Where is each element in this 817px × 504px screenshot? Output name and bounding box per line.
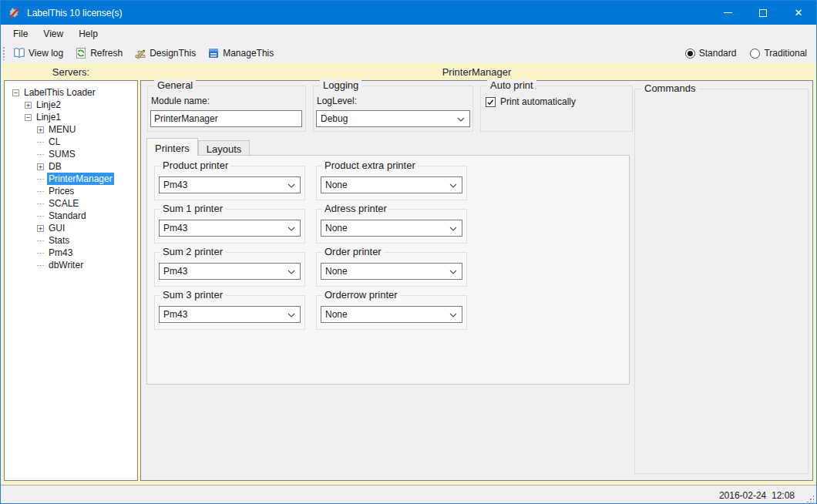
product-extra-printer-title: Product extra printer	[322, 160, 418, 171]
refresh-icon	[75, 47, 87, 59]
commands-groupbox: Commands	[634, 89, 809, 474]
tree-item-label[interactable]: Prices	[47, 185, 76, 197]
general-groupbox: General Module name:	[147, 86, 306, 132]
tree-item-scale[interactable]: SCALE	[5, 197, 137, 210]
tree-item-label[interactable]: PrinterManager	[47, 173, 114, 185]
tree-item-gui[interactable]: +GUI	[5, 222, 137, 234]
designthis-label: DesignThis	[150, 48, 196, 59]
tab-strip: PrintersLayouts	[146, 138, 630, 156]
tree-item-stats[interactable]: Stats	[5, 234, 137, 247]
statusbar: 2016-02-24 12:08	[1, 485, 816, 504]
mode-radio-label: Traditional	[764, 48, 807, 59]
tree-item-label[interactable]: SUMS	[47, 148, 77, 160]
sum-3-printer-value: Pm43	[163, 309, 187, 320]
sum-2-printer-value: Pm43	[163, 266, 187, 277]
expand-icon[interactable]: +	[37, 126, 44, 133]
product-printer-value: Pm43	[163, 180, 187, 190]
tree-item-dbwriter[interactable]: dbWriter	[5, 259, 137, 271]
product-printer-dropdown[interactable]: Pm43	[159, 176, 301, 193]
product-printer-title: Product printer	[160, 160, 230, 171]
tree-item-sums[interactable]: SUMS	[5, 148, 137, 160]
maximize-icon	[759, 9, 767, 17]
module-header: PrinterManager	[140, 66, 813, 78]
orderrow-printer-title: Orderrow printer	[322, 289, 400, 301]
tree-item-label[interactable]: DB	[47, 160, 63, 173]
view-log-label: View log	[29, 48, 63, 59]
tree-item-label[interactable]: MENU	[47, 123, 77, 136]
minimize-button[interactable]	[710, 1, 745, 25]
menu-help[interactable]: Help	[71, 25, 106, 42]
order-printer-dropdown[interactable]: None	[321, 263, 462, 280]
sum-2-printer-title: Sum 2 printer	[160, 246, 225, 257]
tree-item-labelthis-loader[interactable]: −LabelThis Loader	[5, 86, 137, 99]
tab-layouts[interactable]: Layouts	[198, 140, 250, 156]
tree-item-standard[interactable]: Standard	[5, 210, 137, 222]
expand-icon[interactable]: +	[37, 163, 44, 170]
order-printer-groupbox: Order printerNone	[316, 252, 467, 287]
tree-item-label[interactable]: Linje2	[35, 99, 62, 111]
product-extra-printer-dropdown[interactable]: None	[321, 176, 462, 193]
sum-3-printer-dropdown[interactable]: Pm43	[159, 306, 301, 323]
menu-file[interactable]: File	[5, 25, 35, 42]
order-printer-title: Order printer	[322, 246, 384, 257]
refresh-label: Refresh	[90, 48, 123, 59]
tree-item-printermanager[interactable]: PrinterManager	[5, 173, 137, 185]
refresh-button[interactable]: Refresh	[70, 45, 127, 61]
chevron-down-icon	[449, 270, 457, 274]
adress-printer-value: None	[325, 223, 348, 234]
maximize-button[interactable]	[745, 1, 781, 25]
close-icon: ✕	[795, 8, 803, 18]
chevron-down-icon	[449, 227, 457, 231]
expand-icon[interactable]: +	[25, 102, 32, 109]
tree-item-label[interactable]: LabelThis Loader	[22, 86, 97, 99]
mode-radio-traditional[interactable]: Traditional	[750, 48, 807, 59]
auto-print-groupbox-title: Auto print	[487, 79, 536, 91]
content-area: Servers: PrinterManager −LabelThis Loade…	[1, 63, 816, 485]
module-name-input[interactable]	[150, 110, 302, 127]
app-logo-icon	[7, 6, 21, 20]
chevron-down-icon	[449, 183, 457, 188]
chevron-down-icon	[449, 313, 457, 318]
tree-item-linje1[interactable]: −Linje1	[5, 111, 137, 123]
tree-item-db[interactable]: +DB	[5, 160, 137, 173]
tree-item-menu[interactable]: +MENU	[5, 123, 137, 136]
logging-groupbox: Logging LogLevel: Debug	[313, 86, 473, 132]
tree-item-label[interactable]: dbWriter	[47, 259, 85, 271]
tree-item-pm43[interactable]: Pm43	[5, 247, 137, 259]
mode-radio-standard[interactable]: Standard	[685, 48, 737, 59]
tree-connector	[37, 216, 44, 217]
view-log-button[interactable]: View log	[8, 45, 68, 61]
tree-item-label[interactable]: Standard	[47, 210, 88, 222]
orderrow-printer-dropdown[interactable]: None	[321, 306, 462, 323]
tree-item-label[interactable]: GUI	[47, 222, 66, 234]
tree-item-cl[interactable]: CL	[5, 136, 137, 148]
tree-item-linje2[interactable]: +Linje2	[5, 99, 137, 111]
adress-printer-dropdown[interactable]: None	[321, 220, 462, 237]
print-automatically-checkbox[interactable]	[486, 97, 496, 107]
tree-item-label[interactable]: CL	[47, 136, 62, 148]
expand-icon[interactable]: +	[37, 225, 44, 232]
product-printer-groupbox: Product printerPm43	[154, 166, 305, 200]
servers-header: Servers:	[4, 66, 138, 78]
chevron-down-icon	[287, 183, 295, 188]
tree-connector	[37, 240, 44, 241]
tab-printers[interactable]: Printers	[146, 138, 198, 156]
loglevel-dropdown[interactable]: Debug	[316, 110, 470, 127]
resize-grip[interactable]	[806, 495, 814, 502]
tree-item-label[interactable]: Pm43	[47, 247, 74, 259]
collapse-icon[interactable]: −	[12, 89, 19, 96]
sum-2-printer-dropdown[interactable]: Pm43	[159, 263, 301, 280]
managethis-button[interactable]: ManageThis	[203, 45, 278, 61]
collapse-icon[interactable]: −	[25, 114, 32, 121]
sum-1-printer-dropdown[interactable]: Pm43	[159, 220, 301, 237]
tree-item-label[interactable]: Stats	[47, 234, 71, 247]
tree-item-prices[interactable]: Prices	[5, 185, 137, 197]
tree-connector	[37, 203, 44, 204]
designthis-button[interactable]: DesignThis	[129, 45, 200, 61]
tree-connector	[37, 179, 44, 180]
commands-groupbox-title: Commands	[641, 82, 698, 94]
menu-view[interactable]: View	[35, 25, 71, 42]
close-button[interactable]: ✕	[781, 1, 816, 25]
tree-item-label[interactable]: Linje1	[35, 111, 62, 123]
tree-item-label[interactable]: SCALE	[47, 197, 80, 210]
